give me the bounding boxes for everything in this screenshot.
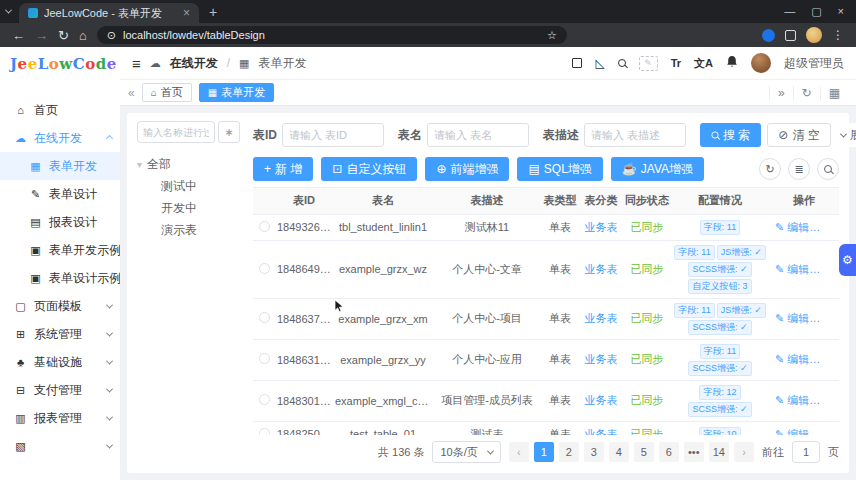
breadcrumb-item[interactable]: 在线开发 (170, 55, 218, 72)
sidebar-item[interactable]: ▢页面模板 (0, 292, 120, 320)
edit-button[interactable]: ✎ 编辑 (775, 221, 809, 233)
page-button[interactable]: 2 (559, 442, 579, 462)
browser-tab[interactable]: JeeLowCode - 表单开发 × (19, 3, 199, 23)
tree-filter-input[interactable] (137, 121, 215, 143)
sidebar-item[interactable]: ♣基础设施 (0, 348, 120, 376)
custom-button-button[interactable]: ⊡自定义按钮 (321, 157, 417, 181)
row-radio[interactable] (259, 221, 270, 232)
more-button[interactable]: 更多 (817, 394, 839, 406)
settings-gear-button[interactable]: ⚙ (839, 244, 856, 276)
cell-table-category[interactable]: 业务表 (579, 380, 623, 421)
reload-button[interactable]: ↻ (58, 29, 69, 42)
bookmark-star-icon[interactable]: ☆ (547, 29, 557, 42)
java-enhance-button[interactable]: ☕JAVA增强 (611, 157, 704, 181)
filter-input-3[interactable] (584, 123, 686, 147)
clear-button[interactable]: ⊘ 清 空 (767, 123, 830, 147)
font-size-icon[interactable]: Tr (671, 57, 681, 69)
page-ellipsis[interactable]: ••• (684, 442, 704, 462)
cell-table-category[interactable]: 业务表 (579, 421, 623, 435)
username[interactable]: 超级管理员 (784, 55, 844, 72)
goto-page-input[interactable] (792, 441, 820, 463)
user-avatar[interactable] (751, 53, 771, 73)
sidebar-item[interactable]: ▣表单设计示例 (0, 264, 120, 292)
sidebar-item[interactable]: ☁在线开发 (0, 124, 120, 152)
sidebar-item[interactable]: ▦表单开发 (0, 152, 120, 180)
cell-table-category[interactable]: 业务表 (579, 298, 623, 339)
prev-page-button[interactable]: ‹ (509, 442, 529, 462)
expand-button[interactable]: 展 开 (837, 123, 856, 147)
more-button[interactable]: 更多 (817, 428, 839, 436)
more-button[interactable]: 更多 (817, 353, 839, 365)
tree-node[interactable]: 演示表 (137, 219, 243, 241)
fullscreen-icon[interactable] (572, 58, 582, 68)
page-button[interactable]: 14 (709, 442, 729, 462)
tabs-more-icon[interactable]: » (769, 86, 793, 100)
row-radio[interactable] (259, 263, 270, 274)
tab-close-icon[interactable]: × (183, 6, 190, 20)
new-tab-button[interactable]: + (209, 4, 217, 20)
bell-icon[interactable] (726, 55, 738, 71)
edit-button[interactable]: ✎ 编辑 (775, 312, 809, 324)
back-button[interactable]: ← (12, 29, 25, 42)
nav-tab[interactable]: ▦表单开发 (199, 83, 274, 102)
forward-button[interactable]: → (35, 29, 48, 42)
row-radio[interactable] (259, 428, 270, 436)
cell-table-category[interactable]: 业务表 (579, 339, 623, 380)
edit-button[interactable]: ✎ 编辑 (775, 428, 809, 436)
site-info-icon[interactable]: ⊙ (107, 29, 116, 42)
next-page-button[interactable]: › (734, 442, 754, 462)
ruler-icon[interactable]: ◺ (595, 56, 604, 70)
tabs-scroll-left-icon[interactable]: « (128, 86, 135, 100)
translate-icon[interactable]: 文A (694, 56, 713, 71)
tree-node-root[interactable]: ▾ 全部 (137, 153, 243, 175)
more-button[interactable]: 更多 (817, 221, 839, 233)
row-radio[interactable] (259, 394, 270, 405)
extensions-icon[interactable] (785, 30, 796, 41)
edit-button[interactable]: ✎ 编辑 (775, 353, 809, 365)
sidebar-item[interactable]: ▣表单开发示例 (0, 236, 120, 264)
zoom-table-icon[interactable] (817, 158, 839, 180)
row-radio[interactable] (259, 353, 270, 364)
breadcrumb-item[interactable]: 表单开发 (259, 55, 307, 72)
tree-node[interactable]: 测试中 (137, 175, 243, 197)
cell-table-category[interactable]: 业务表 (579, 214, 623, 240)
plus-button[interactable]: +新 增 (253, 157, 313, 181)
sidebar-item[interactable]: ✎表单设计 (0, 180, 120, 208)
minimize-button[interactable]: — (784, 5, 795, 18)
page-size-select[interactable]: 10条/页 (432, 441, 500, 463)
page-button[interactable]: 3 (584, 442, 604, 462)
browser-profile-avatar[interactable] (806, 27, 822, 43)
page-button[interactable]: 6 (659, 442, 679, 462)
tree-filter-action-button[interactable]: ∗ (218, 121, 240, 143)
sidebar-item[interactable]: ⌂首页 (0, 96, 120, 124)
sidebar-item[interactable]: ⊟支付管理 (0, 376, 120, 404)
search-button[interactable]: 搜 索 (700, 123, 761, 147)
close-window-button[interactable]: × (838, 5, 844, 18)
maximize-button[interactable]: ▢ (811, 5, 821, 18)
edit-button[interactable]: ✎ 编辑 (775, 394, 809, 406)
filter-input-1[interactable] (282, 123, 384, 147)
refresh-tab-icon[interactable]: ↻ (793, 86, 820, 100)
sql-enhance-button[interactable]: ▤SQL增强 (517, 157, 602, 181)
more-button[interactable]: 更多 (817, 312, 839, 324)
extension-icon[interactable] (762, 29, 775, 42)
filter-input-2[interactable] (427, 123, 529, 147)
page-button[interactable]: 4 (609, 442, 629, 462)
more-button[interactable]: 更多 (817, 263, 839, 275)
app-logo[interactable]: JeeLowCode (0, 47, 120, 80)
cell-table-category[interactable]: 业务表 (579, 240, 623, 298)
nav-tab[interactable]: ⌂首页 (142, 83, 192, 102)
sidebar-item[interactable]: ▥报表管理 (0, 404, 120, 432)
frontend-enhance-button[interactable]: ⊕前端增强 (425, 157, 509, 181)
refresh-table-icon[interactable]: ↻ (759, 158, 781, 180)
page-button[interactable]: 5 (634, 442, 654, 462)
sidebar-item[interactable]: ▤报表设计 (0, 208, 120, 236)
row-radio[interactable] (259, 312, 270, 323)
sidebar-item[interactable]: ⊞系统管理 (0, 320, 120, 348)
address-bar[interactable]: ⊙ localhost/lowdev/tableDesign ☆ (97, 26, 567, 44)
edit-button[interactable]: ✎ 编辑 (775, 263, 809, 275)
custom-columns-icon[interactable]: ≣ (788, 158, 810, 180)
tab-search-button[interactable] (6, 9, 11, 14)
layout-grid-icon[interactable]: ▦ (820, 86, 848, 100)
sidebar-item[interactable]: ▧ (0, 432, 120, 460)
